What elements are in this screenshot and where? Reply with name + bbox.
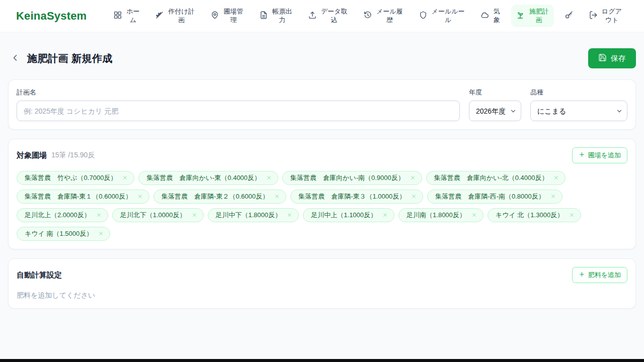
close-icon (274, 193, 280, 201)
remove-field-button[interactable] (266, 174, 272, 183)
remove-field-button[interactable] (382, 211, 388, 220)
field-chip: 足川南（1.8000反） (398, 208, 484, 222)
close-icon (266, 174, 272, 182)
floppy-disk-icon (598, 53, 607, 63)
nav-item-fertilization-plan[interactable]: 施肥計画 (511, 5, 554, 28)
nav-item-home[interactable]: ホーム (109, 5, 144, 28)
nav-item-planting-plan[interactable]: 作付け計画 (150, 5, 200, 28)
remove-field-button[interactable] (137, 193, 143, 201)
remove-field-button[interactable] (569, 211, 575, 220)
remove-field-button[interactable] (550, 193, 556, 201)
seedling-icon (516, 11, 525, 22)
field-chip-label: 足川北下（1.0000反） (120, 211, 186, 220)
field-chip: 集落営農 倉庫隣-東１（0.6000反） (17, 190, 149, 204)
remove-field-button[interactable] (410, 174, 416, 183)
field-chip-label: 集落営農 倉庫向かい-北（0.4000反） (434, 173, 548, 183)
remove-field-button[interactable] (274, 193, 280, 201)
remove-field-button[interactable] (96, 211, 102, 220)
auto-calc-title: 自動計算設定 (17, 270, 62, 280)
close-icon (550, 193, 556, 201)
document-icon (259, 11, 268, 22)
auto-calc-empty-text: 肥料を追加してください (17, 291, 627, 300)
variety-select[interactable]: にこまる (530, 101, 627, 121)
close-icon (287, 212, 292, 219)
field-chip-label: 足川南（1.8000反） (407, 211, 466, 220)
nav-item-mail-history[interactable]: メール履歴 (359, 5, 408, 28)
remove-field-button[interactable] (286, 211, 293, 220)
add-field-button[interactable]: 圃場を追加 (572, 147, 627, 163)
nav-item-key[interactable] (560, 8, 578, 25)
page-title: 施肥計画 新規作成 (27, 52, 113, 65)
target-fields-title: 対象圃場 (17, 151, 47, 160)
chevron-left-icon (10, 53, 20, 64)
field-chip-label: 集落営農 竹やぶ（0.7000反） (25, 173, 117, 183)
field-chip-label: 足川北上（2.0000反） (25, 211, 91, 220)
nav-item-data-import[interactable]: データ取込 (303, 5, 353, 28)
upload-icon (308, 11, 317, 22)
grid-icon (113, 11, 122, 22)
close-icon (471, 212, 477, 219)
add-fertilizer-button[interactable]: 肥料を追加 (572, 267, 627, 283)
nav-item-label: 帳票出力 (272, 8, 293, 25)
field-chip-label: 集落営農 倉庫隣-東３（1.0000反） (298, 192, 406, 201)
nav-item-label: 施肥計画 (528, 8, 549, 25)
variety-label: 品種 (530, 88, 627, 97)
nav-item-label: 作付け計画 (168, 8, 195, 25)
year-select[interactable]: 2026年度 (469, 101, 521, 121)
field-chip: 集落営農 倉庫隣-東２（0.6000反） (153, 190, 286, 204)
remove-field-button[interactable] (122, 174, 128, 183)
close-icon (411, 193, 417, 201)
shield-icon (419, 11, 428, 22)
add-fertilizer-button-label: 肥料を追加 (588, 270, 621, 280)
remove-field-button[interactable] (191, 211, 198, 220)
remove-field-button[interactable] (98, 230, 104, 238)
nav-item-field-management[interactable]: 圃場管理 (206, 5, 249, 28)
field-chip-label: 足川中上（1.1000反） (311, 211, 377, 220)
nav-item-label: 気象 (493, 8, 501, 25)
nav-item-mail-rules[interactable]: メールルール (414, 5, 470, 28)
field-chip-label: キウイ 北（1.3000反） (496, 211, 564, 220)
nav-item-label: ログアウト (601, 8, 622, 25)
remove-field-button[interactable] (411, 193, 417, 201)
field-chip: 集落営農 倉庫向かい-南（0.9000反） (282, 171, 422, 185)
nav-item-logout[interactable]: ログアウト (584, 5, 627, 28)
plus-icon (579, 151, 585, 159)
map-pin-icon (210, 11, 219, 22)
nav-item-label: 圃場管理 (223, 8, 244, 25)
year-group: 年度 2026年度 (469, 88, 521, 121)
wheat-icon (155, 11, 164, 22)
plan-meta-card: 計画名 年度 2026年度 品種 にこまる (8, 79, 636, 130)
bottom-strip (0, 359, 644, 362)
field-chip-label: 集落営農 倉庫隣-東１（0.6000反） (25, 192, 132, 201)
nav-item-weather[interactable]: 気象 (475, 5, 505, 28)
nav-item-report-output[interactable]: 帳票出力 (255, 5, 297, 28)
field-chip: 集落営農 竹やぶ（0.7000反） (17, 171, 134, 185)
remove-field-button[interactable] (553, 174, 559, 183)
field-chip: キウイ 南（1.5000反） (17, 227, 110, 241)
back-button[interactable] (8, 51, 22, 66)
field-chip: 集落営農 倉庫向かい-北（0.4000反） (426, 171, 566, 185)
close-icon (98, 230, 104, 238)
nav-item-label: メールルール (431, 8, 465, 25)
history-icon (363, 11, 372, 22)
target-fields-card: 対象圃場 15筆 /15.90反 圃場を追加 集落営農 竹やぶ（0.7000反）… (8, 139, 636, 249)
nav-item-label: ホーム (126, 8, 140, 25)
plus-icon (579, 271, 585, 279)
page-header: 施肥計画 新規作成 保存 (8, 48, 636, 68)
remove-field-button[interactable] (471, 211, 477, 220)
field-chip-label: 足川中下（1.8000反） (216, 211, 282, 220)
save-button[interactable]: 保存 (588, 48, 636, 68)
field-chip-list: 集落営農 竹やぶ（0.7000反） 集落営農 倉庫向かい-東（0.4000反） … (17, 171, 627, 241)
auto-calc-card: 自動計算設定 肥料を追加 肥料を追加してください (8, 258, 636, 309)
year-label: 年度 (469, 88, 521, 97)
main-content: 施肥計画 新規作成 保存 計画名 年度 2026年度 品種 (0, 48, 644, 309)
field-chip-label: 集落営農 倉庫向かい-東（0.4000反） (146, 173, 261, 183)
close-icon (553, 174, 559, 182)
field-chip-label: キウイ 南（1.5000反） (25, 229, 93, 238)
brand-logo: KeinaSystem (16, 10, 87, 23)
close-icon (569, 212, 575, 219)
nav-item-label: メール履歴 (376, 8, 404, 25)
plan-name-group: 計画名 (17, 88, 460, 121)
plan-name-input[interactable] (17, 101, 460, 121)
field-chip: 足川北下（1.0000反） (112, 208, 204, 222)
